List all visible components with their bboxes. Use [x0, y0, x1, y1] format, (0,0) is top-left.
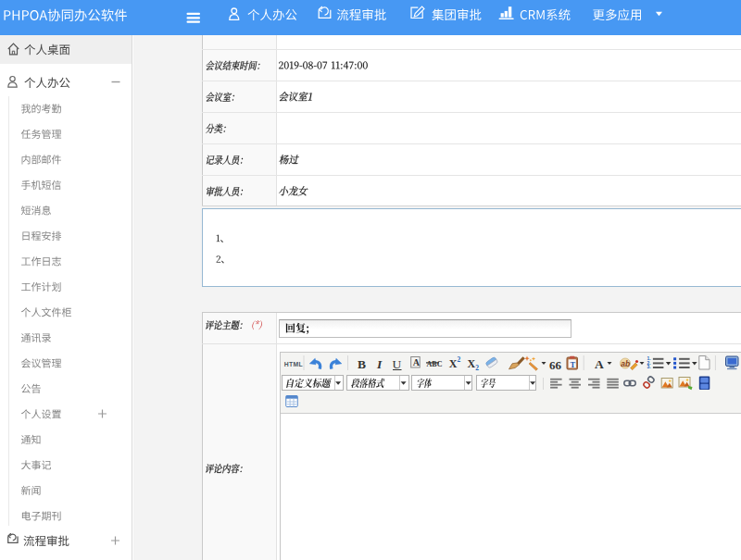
- svg-text:A: A: [413, 357, 421, 367]
- svg-text:A: A: [595, 357, 604, 371]
- svg-text:3.: 3.: [647, 364, 651, 369]
- svg-text:U: U: [393, 357, 402, 371]
- svg-text:66: 66: [549, 358, 562, 372]
- svg-text:ab: ab: [621, 359, 630, 368]
- svg-text:X: X: [449, 357, 458, 370]
- svg-text:HTML: HTML: [284, 361, 303, 367]
- svg-text:T: T: [571, 360, 576, 369]
- svg-text:2: 2: [458, 355, 461, 364]
- svg-text:ABC: ABC: [427, 360, 443, 368]
- svg-text:2: 2: [475, 364, 479, 372]
- svg-text:B: B: [358, 357, 366, 371]
- svg-text:X: X: [468, 357, 476, 370]
- svg-text:I: I: [376, 357, 383, 371]
